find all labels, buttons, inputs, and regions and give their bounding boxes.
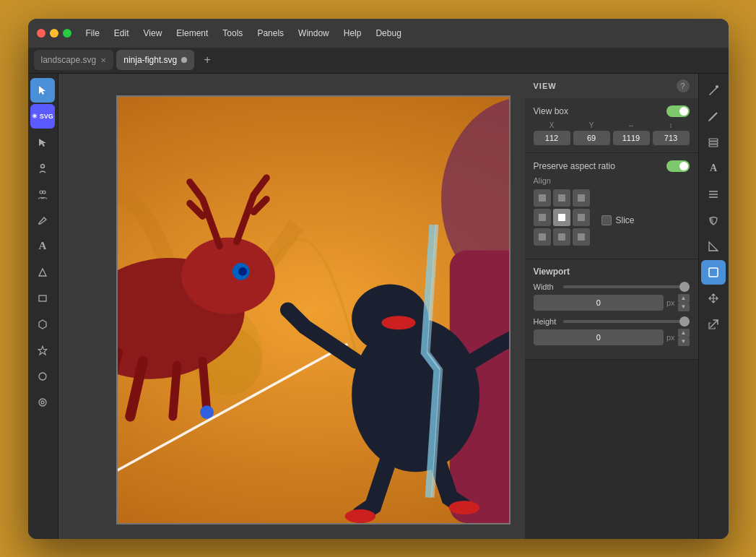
tool-node-select[interactable] <box>30 130 55 155</box>
maximize-button[interactable] <box>63 29 71 38</box>
viewbox-h-input[interactable] <box>653 131 690 145</box>
svg-line-25 <box>173 365 177 416</box>
viewbox-x-label: X <box>549 121 555 129</box>
canvas-content: ⊕ 89.71 <box>116 95 510 524</box>
right-tool-view-toggle[interactable] <box>701 260 726 285</box>
height-slider-thumb[interactable] <box>679 316 690 327</box>
tool-polygon[interactable] <box>30 312 55 337</box>
tool-pencil[interactable] <box>30 208 55 233</box>
svg-point-9 <box>39 373 46 380</box>
right-tool-clip[interactable] <box>701 234 726 259</box>
viewbox-section: View box X Y <box>525 98 698 153</box>
tab-ninja-fight-label: ninja-fight.svg <box>123 55 177 65</box>
align-cell-8[interactable] <box>573 228 590 246</box>
right-tool-pen[interactable] <box>701 104 726 129</box>
tool-text[interactable]: A <box>30 234 55 259</box>
tab-landscape[interactable]: landscape.svg ✕ <box>34 50 114 70</box>
tool-svg-root[interactable]: ✳ SVG <box>30 104 55 129</box>
svg-line-46 <box>711 320 718 327</box>
menu-panels[interactable]: Panels <box>251 27 290 40</box>
svg-marker-8 <box>38 346 47 355</box>
menu-window[interactable]: Window <box>292 27 335 40</box>
width-spin-down[interactable]: ▼ <box>678 303 690 311</box>
align-cell-1[interactable] <box>553 189 570 207</box>
tab-add-button[interactable]: + <box>197 50 217 70</box>
right-tool-layers[interactable] <box>701 130 726 155</box>
viewport-title: Viewport <box>534 267 690 277</box>
svg-rect-45 <box>709 268 718 277</box>
svg-point-37 <box>716 85 718 88</box>
right-tool-text[interactable]: A <box>701 156 726 181</box>
svg-point-34 <box>344 509 375 523</box>
menu-help[interactable]: Help <box>338 27 368 40</box>
svg-point-4 <box>43 191 45 194</box>
align-cell-2[interactable] <box>573 189 590 207</box>
width-slider-row: Width <box>534 282 690 291</box>
tool-select[interactable] <box>30 78 55 103</box>
tab-save-indicator <box>181 57 187 63</box>
width-slider-label: Width <box>534 282 559 291</box>
view-panel-help[interactable]: ? <box>677 79 690 92</box>
menu-file[interactable]: File <box>80 27 105 40</box>
width-spin-up[interactable]: ▲ <box>678 294 690 303</box>
tool-person-group[interactable] <box>30 182 55 207</box>
height-spin-up[interactable]: ▲ <box>678 329 690 337</box>
align-cell-6[interactable] <box>534 228 551 246</box>
preserve-aspect-toggle[interactable] <box>666 160 690 172</box>
viewbox-x-input[interactable] <box>534 131 570 145</box>
menu-edit[interactable]: Edit <box>108 27 135 40</box>
app-window: File Edit View Element Tools Panels Wind… <box>28 19 729 539</box>
close-button[interactable] <box>37 29 45 38</box>
right-tool-paint[interactable] <box>701 78 726 103</box>
menu-debug[interactable]: Debug <box>370 27 407 40</box>
align-cell-3[interactable] <box>534 209 551 226</box>
tool-star[interactable] <box>30 338 55 363</box>
viewbox-h-label: ↕ <box>669 121 673 129</box>
viewbox-toggle[interactable] <box>666 105 690 117</box>
height-input[interactable] <box>534 329 664 345</box>
height-spin-down[interactable]: ▼ <box>678 337 690 346</box>
tool-triangle[interactable] <box>30 260 55 285</box>
viewport-section: Viewport Width px ▲ <box>525 259 698 360</box>
svg-point-35 <box>448 501 479 514</box>
align-cell-5[interactable] <box>573 209 590 226</box>
slice-row: Slice <box>601 215 635 225</box>
align-cell-4[interactable] <box>553 209 570 226</box>
viewbox-w-input[interactable] <box>613 131 650 145</box>
right-tool-list[interactable] <box>701 182 726 207</box>
right-tool-mask[interactable] <box>701 208 726 233</box>
right-tool-export[interactable] <box>701 312 726 337</box>
align-label: Align <box>534 176 690 185</box>
traffic-lights <box>37 29 71 38</box>
align-cell-0[interactable] <box>534 189 551 207</box>
tool-rect[interactable] <box>30 286 55 311</box>
svg-point-28 <box>200 405 214 419</box>
menu-view[interactable]: View <box>138 27 168 40</box>
menu-element[interactable]: Element <box>170 27 214 40</box>
width-spin-buttons: ▲ ▼ <box>678 294 690 311</box>
svg-point-33 <box>381 316 415 329</box>
tab-landscape-close[interactable]: ✕ <box>100 56 106 64</box>
viewbox-y-input[interactable] <box>573 131 610 145</box>
height-input-row: px ▲ ▼ <box>534 329 690 346</box>
tab-ninja-fight[interactable]: ninja-fight.svg <box>116 50 194 70</box>
height-slider-track[interactable] <box>563 320 690 323</box>
viewbox-x-col: X <box>534 121 570 145</box>
menu-tools[interactable]: Tools <box>217 27 248 40</box>
right-tool-move[interactable] <box>701 286 726 311</box>
width-input[interactable] <box>534 295 664 311</box>
tool-circle[interactable] <box>30 364 55 389</box>
align-cell-7[interactable] <box>553 228 570 246</box>
menu-bar: File Edit View Element Tools Panels Wind… <box>80 27 407 40</box>
width-slider-track[interactable] <box>563 285 690 288</box>
scene-svg: ⊕ 89.71 <box>118 97 509 523</box>
canvas-area[interactable]: ⊕ 89.71 <box>58 74 525 539</box>
slice-checkbox[interactable] <box>601 215 612 225</box>
tool-target[interactable] <box>30 390 55 415</box>
tool-person[interactable] <box>30 156 55 181</box>
preserve-aspect-label: Preserve aspect ratio <box>534 161 615 171</box>
minimize-button[interactable] <box>50 29 58 38</box>
view-panel: VIEW ? View box X <box>525 74 698 360</box>
height-spin-buttons: ▲ ▼ <box>678 329 690 346</box>
width-slider-thumb[interactable] <box>679 282 690 292</box>
